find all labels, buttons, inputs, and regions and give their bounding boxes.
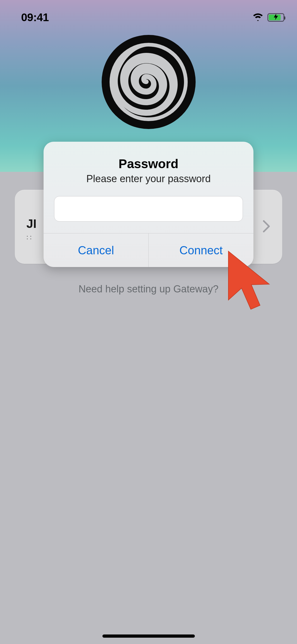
gateway-card-subline: · ·· · (26, 234, 36, 237)
modal-subtitle: Please enter your password (54, 173, 243, 185)
modal-body (44, 187, 253, 233)
status-time: 09:41 (21, 11, 49, 24)
home-indicator[interactable] (102, 634, 195, 638)
password-modal: Password Please enter your password Canc… (44, 142, 253, 267)
cancel-button[interactable]: Cancel (44, 233, 148, 267)
status-right (253, 13, 284, 22)
battery-icon (267, 13, 284, 22)
password-input[interactable] (54, 196, 243, 222)
status-bar: 09:41 (0, 10, 297, 25)
modal-title: Password (54, 157, 243, 171)
gateway-card-left: JI · ·· · (26, 217, 36, 237)
chevron-right-icon (262, 220, 271, 234)
modal-button-row: Cancel Connect (44, 233, 253, 267)
help-link[interactable]: Need help setting up Gateway? (0, 283, 297, 295)
app-logo-spiral-icon (101, 34, 196, 130)
connect-button[interactable]: Connect (148, 233, 253, 267)
modal-header: Password Please enter your password (44, 142, 253, 187)
charging-bolt-icon (274, 14, 278, 21)
screen: 09:41 JI (0, 0, 297, 644)
gateway-card-title-fragment: JI (26, 217, 36, 231)
wifi-icon (253, 13, 263, 22)
